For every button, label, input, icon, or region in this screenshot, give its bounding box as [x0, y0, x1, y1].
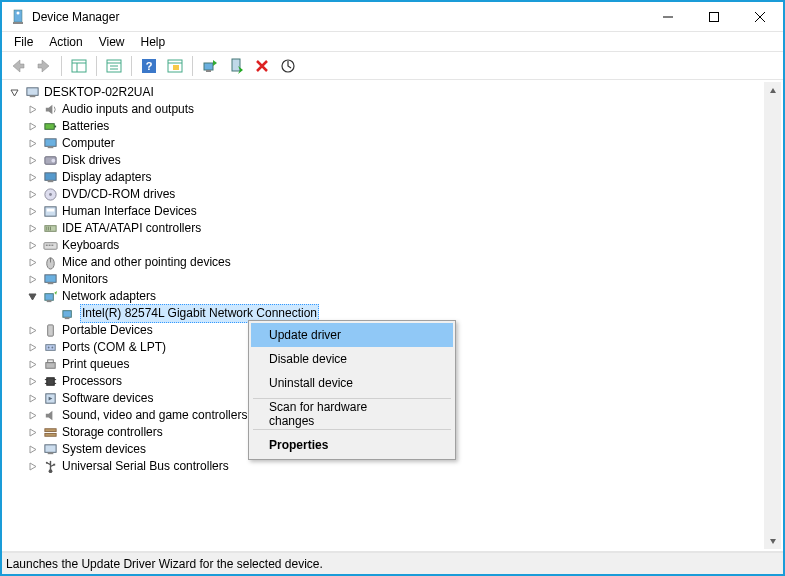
svg-rect-66	[44, 433, 55, 436]
chevron-right-icon[interactable]	[26, 105, 38, 114]
software-icon	[42, 391, 58, 407]
chevron-right-icon[interactable]	[26, 428, 38, 437]
chevron-right-icon[interactable]	[26, 173, 38, 182]
network-adapter-icon	[60, 306, 76, 322]
tree-category[interactable]: IDE ATA/ATAPI controllers	[4, 220, 781, 237]
tree-category[interactable]: Display adapters	[4, 169, 781, 186]
ctx-update-driver[interactable]: Update driver	[251, 323, 453, 347]
show-hide-tree-button[interactable]	[67, 55, 91, 77]
chevron-right-icon[interactable]	[26, 377, 38, 386]
chevron-right-icon[interactable]	[26, 360, 38, 369]
tree-category[interactable]: Universal Serial Bus controllers	[4, 458, 781, 475]
menu-help[interactable]: Help	[133, 33, 174, 51]
chevron-right-icon[interactable]	[26, 139, 38, 148]
computer-icon	[24, 85, 40, 101]
hid-icon	[42, 204, 58, 220]
tree-category[interactable]: Batteries	[4, 118, 781, 135]
scan-hardware-button[interactable]	[276, 55, 300, 77]
chevron-right-icon[interactable]	[26, 275, 38, 284]
menu-view[interactable]: View	[91, 33, 133, 51]
chevron-right-icon[interactable]	[26, 343, 38, 352]
tree-category[interactable]: DVD/CD-ROM drives	[4, 186, 781, 203]
chevron-down-icon[interactable]	[8, 88, 20, 97]
ctx-disable-device[interactable]: Disable device	[251, 347, 453, 371]
vertical-scrollbar[interactable]	[764, 82, 781, 549]
chevron-right-icon[interactable]	[26, 156, 38, 165]
ctx-scan-hardware[interactable]: Scan for hardware changes	[251, 402, 453, 426]
network-icon	[42, 289, 58, 305]
forward-button[interactable]	[32, 55, 56, 77]
scroll-down-icon[interactable]	[764, 532, 781, 549]
svg-rect-28	[47, 146, 53, 148]
close-button[interactable]	[737, 2, 783, 31]
tree-category-label: Print queues	[62, 356, 129, 373]
chevron-right-icon[interactable]	[26, 258, 38, 267]
usb-icon	[42, 459, 58, 475]
svg-rect-52	[64, 317, 69, 319]
tree-category-label: Computer	[62, 135, 115, 152]
chevron-right-icon[interactable]	[26, 190, 38, 199]
tree-category-label: Processors	[62, 373, 122, 390]
svg-rect-24	[29, 95, 35, 97]
minimize-button[interactable]	[645, 2, 691, 31]
tree-category[interactable]: Human Interface Devices	[4, 203, 781, 220]
chevron-right-icon[interactable]	[26, 326, 38, 335]
ctx-properties[interactable]: Properties	[251, 433, 453, 457]
tree-category-label: Software devices	[62, 390, 153, 407]
svg-rect-59	[46, 378, 54, 386]
svg-rect-19	[204, 63, 213, 70]
scroll-up-icon[interactable]	[764, 82, 781, 99]
ctx-uninstall-device[interactable]: Uninstall device	[251, 371, 453, 395]
printer-icon	[42, 357, 58, 373]
portable-icon	[42, 323, 58, 339]
tree-category-network[interactable]: Network adapters	[4, 288, 781, 305]
svg-rect-32	[47, 180, 53, 182]
battery-icon	[42, 119, 58, 135]
menu-bar: File Action View Help	[2, 32, 783, 52]
svg-rect-58	[47, 360, 53, 363]
menu-file[interactable]: File	[6, 33, 41, 51]
chevron-right-icon[interactable]	[26, 411, 38, 420]
svg-rect-43	[48, 245, 50, 246]
toolbar-separator	[192, 56, 193, 76]
disable-device-button[interactable]	[224, 55, 248, 77]
menu-action[interactable]: Action	[41, 33, 90, 51]
action-button[interactable]	[163, 55, 187, 77]
chevron-right-icon[interactable]	[26, 241, 38, 250]
tree-category-label: Human Interface Devices	[62, 203, 197, 220]
tree-category-label: Universal Serial Bus controllers	[62, 458, 229, 475]
chevron-right-icon[interactable]	[26, 462, 38, 471]
chevron-right-icon[interactable]	[26, 122, 38, 131]
tree-category[interactable]: Disk drives	[4, 152, 781, 169]
chevron-right-icon[interactable]	[26, 224, 38, 233]
update-driver-button[interactable]	[198, 55, 222, 77]
svg-rect-25	[44, 124, 53, 130]
properties-button[interactable]	[102, 55, 126, 77]
tree-category[interactable]: Mice and other pointing devices	[4, 254, 781, 271]
chevron-right-icon[interactable]	[26, 207, 38, 216]
toolbar-separator	[131, 56, 132, 76]
tree-category-label: Ports (COM & LPT)	[62, 339, 166, 356]
toolbar: ?	[2, 52, 783, 80]
tree-category[interactable]: Monitors	[4, 271, 781, 288]
window-controls	[645, 2, 783, 31]
help-button[interactable]: ?	[137, 55, 161, 77]
svg-rect-67	[44, 445, 55, 453]
tree-category[interactable]: Computer	[4, 135, 781, 152]
back-button[interactable]	[6, 55, 30, 77]
tree-category[interactable]: Keyboards	[4, 237, 781, 254]
chevron-down-icon[interactable]	[26, 292, 38, 301]
tree-root[interactable]: DESKTOP-02R2UAI	[4, 84, 781, 101]
tree-category-label: DVD/CD-ROM drives	[62, 186, 175, 203]
tree-category-label: Audio inputs and outputs	[62, 101, 194, 118]
svg-rect-54	[45, 345, 54, 351]
context-menu: Update driver Disable device Uninstall d…	[248, 320, 456, 460]
maximize-button[interactable]	[691, 2, 737, 31]
cdrom-icon	[42, 187, 58, 203]
uninstall-device-button[interactable]	[250, 55, 274, 77]
tree-category-label: Monitors	[62, 271, 108, 288]
tree-category[interactable]: Audio inputs and outputs	[4, 101, 781, 118]
chevron-right-icon[interactable]	[26, 445, 38, 454]
chevron-right-icon[interactable]	[26, 394, 38, 403]
svg-point-34	[49, 193, 52, 196]
